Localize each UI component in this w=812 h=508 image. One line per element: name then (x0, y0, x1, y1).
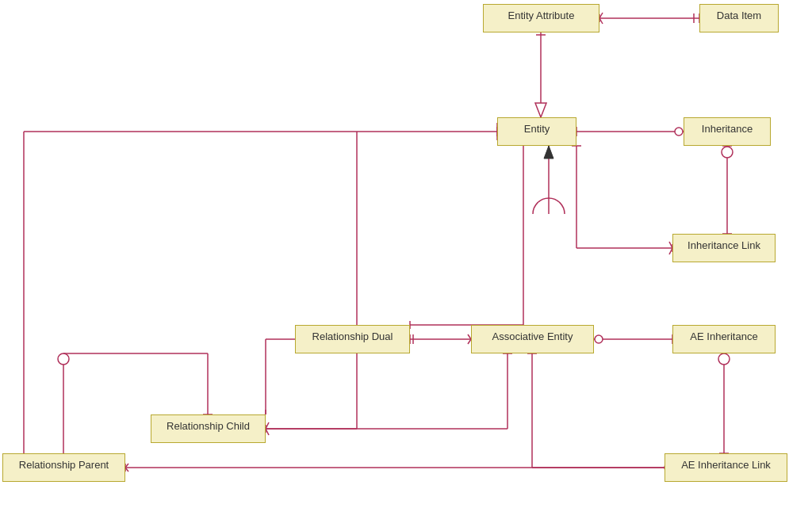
svg-marker-7 (535, 103, 546, 117)
node-ae-inheritance-link[interactable]: AE Inheritance Link (665, 453, 787, 482)
svg-point-15 (722, 147, 733, 158)
node-inheritance-link[interactable]: Inheritance Link (672, 234, 776, 262)
svg-marker-26 (544, 146, 553, 159)
svg-point-37 (595, 335, 603, 343)
node-relationship-dual[interactable]: Relationship Dual (295, 325, 410, 353)
svg-point-12 (675, 128, 683, 136)
node-entity[interactable]: Entity (497, 117, 576, 146)
svg-point-53 (58, 353, 69, 365)
node-associative-entity[interactable]: Associative Entity (471, 325, 594, 353)
node-inheritance[interactable]: Inheritance (684, 117, 771, 146)
node-relationship-child[interactable]: Relationship Child (151, 414, 266, 443)
node-relationship-parent[interactable]: Relationship Parent (2, 453, 125, 482)
diagram-container: Entity Attribute Data Item Entity Inheri… (0, 0, 812, 508)
node-data-item[interactable]: Data Item (699, 4, 779, 32)
node-entity-attribute[interactable]: Entity Attribute (483, 4, 599, 32)
node-ae-inheritance[interactable]: AE Inheritance (672, 325, 776, 353)
svg-point-39 (718, 353, 730, 365)
